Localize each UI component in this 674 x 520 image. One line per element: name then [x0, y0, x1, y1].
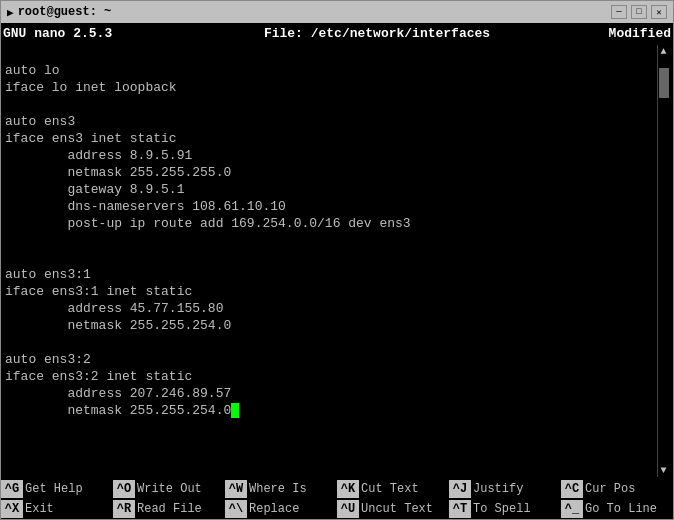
shortcut-key[interactable]: ^O [113, 480, 135, 498]
shortcut-label: Justify [471, 482, 523, 496]
shortcut-key[interactable]: ^K [337, 480, 359, 498]
shortcut-item[interactable]: ^T To Spell [449, 499, 561, 519]
scroll-thumb[interactable] [659, 68, 669, 98]
shortcut-row-1: ^G Get Help^O Write Out^W Where Is^K Cut… [1, 479, 673, 499]
footer: ^G Get Help^O Write Out^W Where Is^K Cut… [1, 479, 673, 519]
terminal-icon: ▶ [7, 6, 14, 19]
shortcut-key[interactable]: ^T [449, 500, 471, 518]
shortcut-label: To Spell [471, 502, 531, 516]
shortcut-label: Exit [23, 502, 54, 516]
shortcut-key[interactable]: ^C [561, 480, 583, 498]
shortcut-item[interactable]: ^R Read File [113, 499, 225, 519]
shortcut-key[interactable]: ^G [1, 480, 23, 498]
shortcut-key[interactable]: ^\ [225, 500, 247, 518]
shortcut-item[interactable]: ^O Write Out [113, 479, 225, 499]
shortcut-label: Read File [135, 502, 202, 516]
shortcut-item[interactable]: ^_ Go To Line [561, 499, 673, 519]
shortcut-label: Uncut Text [359, 502, 433, 516]
shortcut-item[interactable]: ^J Justify [449, 479, 561, 499]
shortcut-item[interactable]: ^C Cur Pos [561, 479, 673, 499]
nano-filename: File: /etc/network/interfaces [163, 26, 591, 41]
maximize-button[interactable]: □ [631, 5, 647, 19]
editor-content[interactable]: auto lo iface lo inet loopback auto ens3… [5, 45, 657, 477]
shortcut-item[interactable]: ^U Uncut Text [337, 499, 449, 519]
shortcut-label: Replace [247, 502, 299, 516]
shortcut-label: Go To Line [583, 502, 657, 516]
nano-header: GNU nano 2.5.3 File: /etc/network/interf… [1, 23, 673, 43]
scroll-track [659, 58, 669, 464]
scroll-down-arrow[interactable]: ▼ [660, 464, 666, 477]
scrollbar[interactable]: ▲ ▼ [657, 45, 669, 477]
shortcut-key[interactable]: ^U [337, 500, 359, 518]
shortcut-label: Get Help [23, 482, 83, 496]
shortcut-item[interactable]: ^X Exit [1, 499, 113, 519]
minimize-button[interactable]: ─ [611, 5, 627, 19]
title-bar: ▶ root@guest: ~ ─ □ ✕ [1, 1, 673, 23]
nano-modified: Modified [591, 26, 671, 41]
shortcut-key[interactable]: ^X [1, 500, 23, 518]
shortcut-label: Where Is [247, 482, 307, 496]
scroll-up-arrow[interactable]: ▲ [660, 45, 666, 58]
shortcut-item[interactable]: ^W Where Is [225, 479, 337, 499]
shortcut-item[interactable]: ^K Cut Text [337, 479, 449, 499]
shortcut-row-2: ^X Exit^R Read File^\ Replace^U Uncut Te… [1, 499, 673, 519]
shortcut-key[interactable]: ^_ [561, 500, 583, 518]
shortcut-label: Cur Pos [583, 482, 635, 496]
nano-version: GNU nano 2.5.3 [3, 26, 163, 41]
close-button[interactable]: ✕ [651, 5, 667, 19]
editor-area[interactable]: auto lo iface lo inet loopback auto ens3… [1, 43, 673, 479]
title-bar-text: root@guest: ~ [18, 5, 611, 19]
shortcut-item[interactable]: ^\ Replace [225, 499, 337, 519]
shortcut-label: Write Out [135, 482, 202, 496]
shortcut-key[interactable]: ^J [449, 480, 471, 498]
window-controls: ─ □ ✕ [611, 5, 667, 19]
shortcut-key[interactable]: ^W [225, 480, 247, 498]
terminal-window: ▶ root@guest: ~ ─ □ ✕ GNU nano 2.5.3 Fil… [0, 0, 674, 520]
shortcut-label: Cut Text [359, 482, 419, 496]
shortcut-key[interactable]: ^R [113, 500, 135, 518]
shortcut-item[interactable]: ^G Get Help [1, 479, 113, 499]
